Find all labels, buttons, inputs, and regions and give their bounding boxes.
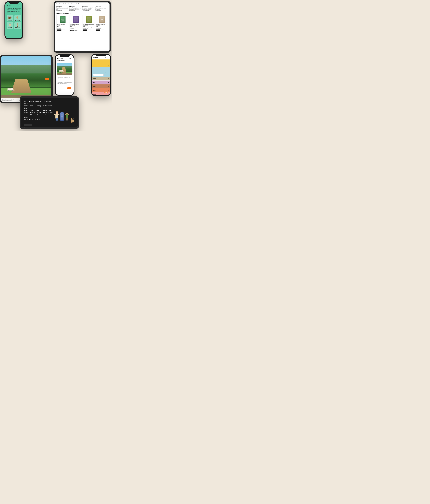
cat-link-1[interactable]: Start a subscription → [69, 10, 81, 11]
phone1-device: HASBEAN 🔍 ≡ It's a Monday morning, you d… [4, 1, 23, 39]
product-2: HASBEAN Bubblegum red cherryplum COSTA R… [82, 15, 95, 32]
menu-icon[interactable]: ≡ [72, 58, 72, 59]
cert-badge-2: ⊙ [28, 127, 30, 127]
cat-title-0: Single Origins [56, 6, 68, 7]
flavour-floral-expanded: Kicking things off is a floral note, fin… [92, 71, 110, 77]
phone3-logo: HASBEAN [93, 57, 99, 59]
phone3-rewards-badge[interactable]: Rewards [105, 92, 108, 93]
nav-single-origins[interactable]: Single Origins [56, 3, 61, 4]
chevron-down-icon: ▾ [99, 30, 100, 30]
product-2-flavour-val: Bubblegum, red cherry, plum [87, 27, 93, 27]
product-3-subname: Finca La Fany [96, 25, 108, 26]
product-2-buttons: Quick Add ▾ More info › [83, 29, 95, 31]
phone1-logo: HASBEAN [7, 5, 14, 7]
cart-icon[interactable]: 🛍 [71, 58, 71, 59]
svg-point-24 [8, 90, 9, 91]
quick-add-btn-2[interactable]: Quick Add ▾ [83, 29, 87, 31]
product-3-process-val: Natural [98, 28, 100, 28]
product-1-process-val: Natural [72, 28, 74, 29]
product-0-process-val: Washed [59, 28, 61, 28]
phone2-jeep [59, 70, 64, 73]
cat-link-3[interactable]: Discover our blends → [95, 10, 107, 11]
product-0-varietal: Varietal Caturra [57, 28, 69, 29]
cat-link-0[interactable]: Shop single origins → [56, 10, 68, 11]
product-1-image: HASBEAN Blueberry bubblegumsweet lemon [70, 16, 82, 24]
svg-point-33 [60, 72, 60, 72]
our-story-title: OUR STORY [56, 34, 63, 35]
svg-rect-17 [17, 23, 18, 26]
take-quiz-link[interactable]: Take the quiz → [93, 62, 109, 62]
phone1-aeropress-option[interactable]: AEROPRESS [14, 22, 21, 29]
find-flavour-row: Find your flavour ▾ [24, 124, 54, 126]
cart-icon[interactable]: 🛍 [107, 57, 108, 58]
our-story-link[interactable]: Find out more → [64, 34, 70, 35]
menu-icon[interactable]: ≡ [20, 5, 21, 6]
phone2-producer-desc: We've built long-term, transparent relat… [57, 82, 72, 84]
svg-rect-38 [54, 114, 55, 115]
chevron-down-icon: ▾ [60, 30, 61, 30]
more-info-btn-3[interactable]: More info › [100, 29, 104, 31]
flavour-fruity[interactable]: Fruity + [92, 81, 110, 84]
product-0-image: HASBEAN Dark choc digestive biscuitlittl… [57, 16, 69, 24]
nav-special-editions[interactable]: Special Editions [69, 3, 74, 4]
phone1-espresso-option[interactable]: ESPRESSO [7, 15, 13, 21]
search-icon[interactable]: 🔍 [69, 58, 70, 59]
product-1-subname: Sumava de Lourdes [70, 25, 82, 26]
phone2-header: HASBEAN 🔍 🛍 ≡ [57, 58, 72, 59]
bag-2-icon: HASBEAN Bubblegum red cherryplum [86, 16, 92, 23]
product-0-flavour-val: Dark chocolate, biscuit, pecan nut [61, 27, 68, 27]
quick-add-btn-1[interactable]: Quick Add ▾ [70, 30, 74, 31]
chevron-right-icon: › [77, 30, 78, 31]
product-2-subname: Sumava de Lourdes [83, 25, 95, 26]
svg-point-59 [71, 118, 72, 119]
svg-rect-45 [56, 111, 58, 112]
flavour-nutty[interactable]: Nutty + [92, 77, 110, 81]
show-coffees-label: Show me coffees like this [94, 75, 102, 75]
cat-link-2[interactable]: Discover special editions → [82, 10, 94, 11]
flavour-citrus[interactable]: Citrus + [92, 63, 110, 67]
svg-rect-40 [56, 118, 57, 121]
floral-desc: Kicking things off is a floral note, fin… [93, 72, 109, 74]
svg-point-35 [63, 72, 63, 72]
quick-add-btn-3[interactable]: Quick Add ▾ [96, 29, 100, 31]
product-2-varietal-val: Villa Sarchi [85, 28, 88, 29]
svg-point-43 [57, 120, 58, 121]
strip-0: Producer Relationships We've built long-… [2, 99, 17, 101]
more-info-btn-2[interactable]: More info › [88, 29, 91, 31]
tablet3-content: We're unapologetically obsessed with cof… [21, 98, 78, 127]
phone1-headline: It's a Monday morning, you drag yourself… [7, 8, 21, 14]
product-1-flavour-val: Blueberry, bubblegum, sweet lemon, lime [73, 27, 81, 28]
flavour-spicy[interactable]: Spicy + [92, 88, 110, 92]
svg-rect-50 [65, 114, 66, 115]
search-icon[interactable]: 🔍 [105, 57, 106, 58]
flavour-floral[interactable]: Floral − [92, 67, 110, 71]
phone2-notch [60, 54, 70, 57]
phone1-frenchpress-option[interactable]: FRENCH PRESS [7, 22, 13, 29]
flavour-cocoa[interactable]: Cocoa + [92, 84, 110, 88]
product-0-name: COLOMBIA: EDITION 23.022 [57, 24, 69, 25]
find-flavour-select[interactable]: Find your flavour ▾ [24, 124, 32, 126]
phone2-rewards-badge[interactable]: Rewards [67, 87, 71, 89]
nav-blends[interactable]: Hasbean Blends [75, 3, 81, 4]
search-icon[interactable]: 🔍 [19, 5, 20, 6]
phone3-content: HASBEAN 🔍 🛍 ≡ FIND YOUR FLAVOUR Take the… [92, 55, 110, 95]
menu-icon[interactable]: ≡ [108, 57, 109, 58]
tablet2-rewards-badge[interactable]: Rewards [45, 78, 50, 80]
show-me-coffees-btn[interactable]: Show me coffees like this → [93, 74, 104, 76]
nav-subscriptions[interactable]: Subscriptions [63, 3, 67, 4]
more-info-btn-1[interactable]: More info › [74, 30, 78, 31]
strip-0-desc: We've built long-term, transparent relat… [2, 99, 17, 101]
cat-desc-2: Discover special reserves, limited editi… [82, 7, 94, 10]
chevron-right-icon: › [64, 30, 64, 30]
product-3-flavour-val: Milk chocolate, red apple... [100, 27, 106, 27]
svg-rect-39 [58, 114, 59, 115]
bcorp-badge: BCorp [24, 127, 27, 127]
svg-point-26 [12, 90, 13, 91]
phone1-pourover-option[interactable]: POUR OVER [14, 15, 21, 21]
phone1-screen: HASBEAN 🔍 ≡ It's a Monday morning, you d… [5, 2, 22, 38]
more-info-btn-0[interactable]: More info › [62, 29, 65, 31]
flavour-floral-label: Floral [93, 68, 96, 70]
bag-1-icon: HASBEAN Blueberry bubblegumsweet lemon [73, 16, 79, 23]
landscape-image: Find out more → Rewards Producer Relatio… [1, 56, 51, 102]
quick-add-btn-0[interactable]: Quick Add ▾ [57, 29, 61, 31]
